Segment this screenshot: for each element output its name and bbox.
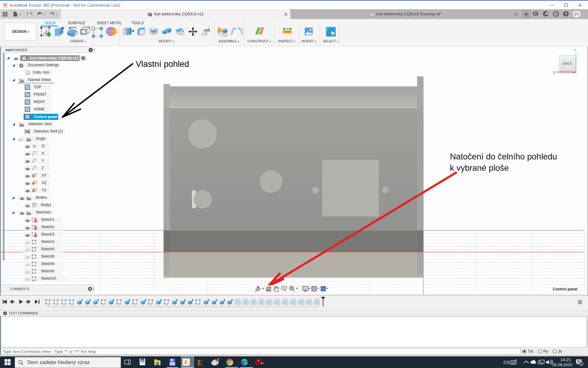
svg-text:F: F xyxy=(185,360,188,366)
svg-text:?: ? xyxy=(565,12,567,16)
svg-text:64: 64 xyxy=(261,362,263,364)
svg-text:BACK: BACK xyxy=(563,62,572,65)
svg-text:X: X xyxy=(553,70,556,75)
svg-text:1: 1 xyxy=(580,362,582,366)
svg-text:k vybrané ploše: k vybrané ploše xyxy=(450,163,509,173)
svg-text:360: 360 xyxy=(188,364,191,366)
svg-text:E: E xyxy=(197,358,202,367)
svg-text:Vlastní pohled: Vlastní pohled xyxy=(136,59,189,69)
svg-text:ZV: ZV xyxy=(574,12,579,16)
svg-text:Natočení do čelního pohledu: Natočení do čelního pohledu xyxy=(450,152,557,161)
svg-text:Y: Y xyxy=(574,48,577,52)
